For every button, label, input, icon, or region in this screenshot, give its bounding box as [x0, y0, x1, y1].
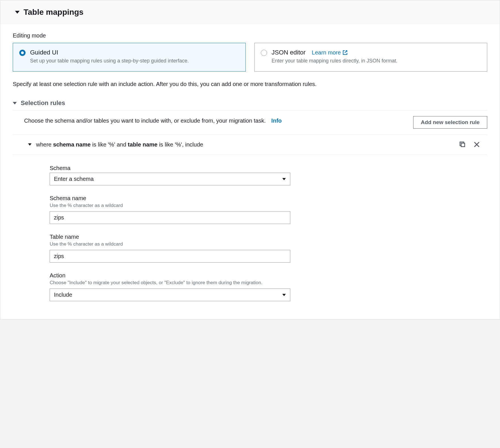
- json-title: JSON editor: [272, 49, 306, 56]
- selection-rules-desc: Choose the schema and/or tables you want…: [24, 116, 402, 125]
- schema-name-group: Schema name Use the % character as a wil…: [50, 195, 290, 224]
- action-hint: Choose "Include" to migrate your selecte…: [50, 280, 290, 286]
- radio-unselected-icon: [261, 50, 267, 56]
- radio-selected-icon: [19, 50, 26, 56]
- guided-title: Guided UI: [30, 49, 189, 56]
- rule-toggle[interactable]: where schema name is like '%' and table …: [28, 141, 203, 148]
- schema-group: Schema Enter a schema: [50, 165, 290, 185]
- selection-rules-title: Selection rules: [21, 99, 65, 107]
- duplicate-rule-button[interactable]: [458, 140, 467, 149]
- selection-rules-section: Selection rules Choose the schema and/or…: [13, 99, 487, 301]
- external-link-icon: [343, 50, 348, 55]
- rule-actions: [458, 140, 481, 149]
- panel-body: Editing mode Guided UI Set up your table…: [0, 24, 500, 319]
- selection-rules-header[interactable]: Selection rules: [13, 99, 487, 110]
- editing-mode-json-tile[interactable]: JSON editor Learn more Enter your table …: [254, 43, 487, 72]
- schema-name-hint: Use the % character as a wildcard: [50, 203, 290, 208]
- info-link[interactable]: Info: [271, 118, 282, 124]
- table-name-hint: Use the % character as a wildcard: [50, 241, 290, 247]
- table-mappings-panel: Table mappings Editing mode Guided UI Se…: [0, 0, 500, 320]
- action-group: Action Choose "Include" to migrate your …: [50, 272, 290, 301]
- collapse-icon: [15, 11, 20, 14]
- page-title: Table mappings: [24, 8, 83, 17]
- table-name-input[interactable]: [50, 250, 290, 263]
- editing-mode-label: Editing mode: [13, 32, 487, 39]
- json-desc: Enter your table mapping rules directly,…: [272, 57, 398, 64]
- svg-rect-0: [461, 143, 465, 146]
- collapse-icon: [13, 102, 17, 104]
- copy-icon: [459, 141, 466, 148]
- close-icon: [474, 141, 480, 148]
- schema-label: Schema: [50, 165, 290, 171]
- schema-name-input[interactable]: [50, 211, 290, 224]
- editing-mode-group: Guided UI Set up your table mapping rule…: [13, 43, 487, 72]
- info-paragraph: Specify at least one selection rule with…: [13, 80, 487, 88]
- editing-mode-guided-tile[interactable]: Guided UI Set up your table mapping rule…: [13, 43, 246, 72]
- rule-form: Schema Enter a schema Schema name Use th…: [13, 155, 297, 301]
- panel-header[interactable]: Table mappings: [0, 0, 500, 24]
- selection-rule-row: where schema name is like '%' and table …: [13, 135, 487, 155]
- table-name-label: Table name: [50, 234, 290, 240]
- rule-summary: where schema name is like '%' and table …: [36, 141, 203, 148]
- learn-more-link[interactable]: Learn more: [312, 49, 348, 56]
- add-selection-rule-button[interactable]: Add new selection rule: [413, 116, 487, 129]
- selection-rules-subheader: Choose the schema and/or tables you want…: [13, 110, 487, 135]
- schema-select[interactable]: Enter a schema: [50, 173, 290, 185]
- table-name-group: Table name Use the % character as a wild…: [50, 234, 290, 263]
- guided-desc: Set up your table mapping rules using a …: [30, 57, 189, 64]
- collapse-icon: [28, 143, 31, 146]
- delete-rule-button[interactable]: [472, 140, 481, 149]
- action-label: Action: [50, 272, 290, 279]
- action-select[interactable]: Include: [50, 288, 290, 301]
- schema-name-label: Schema name: [50, 195, 290, 202]
